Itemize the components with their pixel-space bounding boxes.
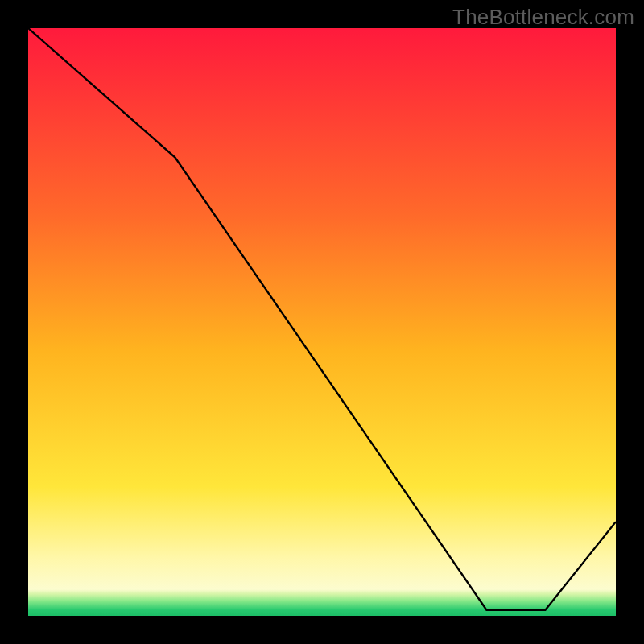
plot-area bbox=[28, 28, 616, 616]
plot-svg bbox=[28, 28, 616, 616]
chart-container: TheBottleneck.com bbox=[0, 0, 644, 644]
watermark-label: TheBottleneck.com bbox=[452, 5, 634, 30]
gradient-bg bbox=[28, 28, 616, 616]
